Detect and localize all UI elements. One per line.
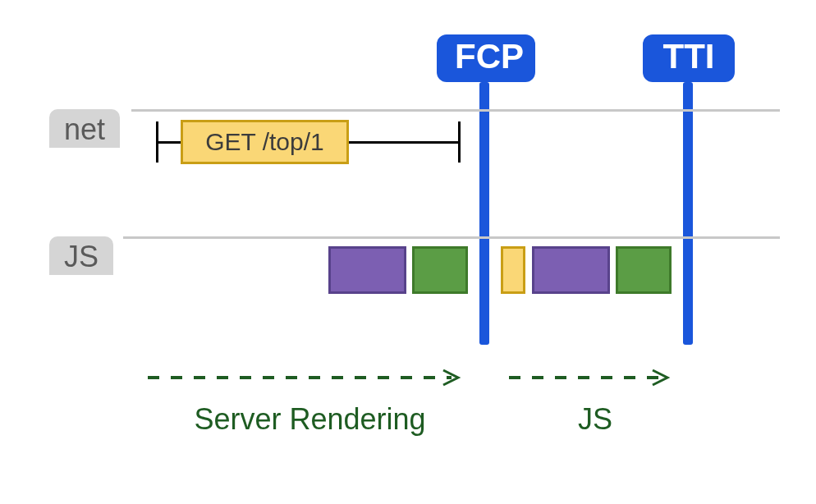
js-block-purple-1 (328, 246, 406, 294)
js-block-green-2 (616, 246, 672, 294)
js-block-purple-2 (532, 246, 610, 294)
net-end-tick (458, 121, 461, 163)
js-row-label: JS (49, 236, 113, 275)
net-row-label: net (49, 109, 120, 148)
js-row-guide (123, 236, 780, 239)
fcp-badge: FCP (437, 34, 535, 82)
net-row-guide (131, 109, 780, 112)
fcp-marker-line (479, 82, 489, 345)
js-block-green-1 (412, 246, 468, 294)
js-phase-arrow (509, 368, 681, 392)
tti-badge: TTI (643, 34, 735, 82)
server-rendering-label: Server Rendering (148, 402, 472, 437)
server-rendering-arrow (148, 368, 472, 392)
net-start-stem (156, 141, 181, 144)
js-block-yellow (501, 246, 525, 294)
js-phase-label: JS (509, 402, 681, 437)
net-tail-line (349, 141, 460, 144)
tti-marker-line (683, 82, 693, 345)
timeline-diagram: { "markers": { "fcp": "FCP", "tti": "TTI… (0, 0, 816, 504)
net-request-box: GET /top/1 (181, 120, 349, 164)
